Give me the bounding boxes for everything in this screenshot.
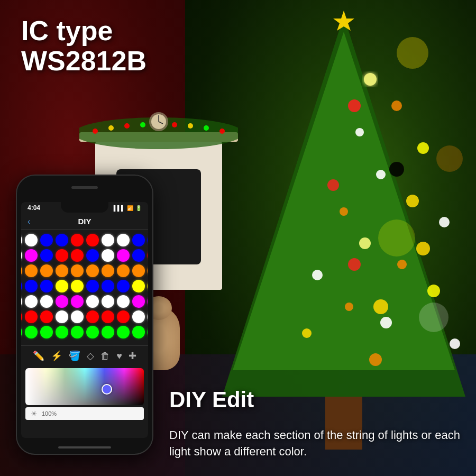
color-dot[interactable] xyxy=(40,326,53,338)
color-dot[interactable] xyxy=(117,280,130,292)
color-dot[interactable] xyxy=(132,295,145,308)
color-dot[interactable] xyxy=(40,249,53,262)
color-dot[interactable] xyxy=(148,295,149,308)
svg-point-41 xyxy=(188,123,193,129)
phone-mockup: 4:04 ▌▌▌ 📶 🔋 ‹ DIY ✏️ ⚡ 🪣 xyxy=(16,175,153,455)
color-dot[interactable] xyxy=(56,234,68,246)
svg-point-23 xyxy=(419,303,448,332)
color-dot[interactable] xyxy=(148,280,149,292)
color-row xyxy=(25,326,144,338)
color-dot[interactable] xyxy=(21,264,22,277)
color-dot[interactable] xyxy=(71,326,84,338)
color-dot[interactable] xyxy=(117,310,130,323)
color-dot[interactable] xyxy=(117,295,130,308)
color-dot[interactable] xyxy=(86,295,99,308)
color-dot[interactable] xyxy=(117,326,130,338)
svg-point-6 xyxy=(417,142,429,154)
color-dot[interactable] xyxy=(71,234,84,246)
color-dot[interactable] xyxy=(21,280,22,292)
color-dot[interactable] xyxy=(117,234,130,246)
svg-point-16 xyxy=(380,317,392,328)
color-dot[interactable] xyxy=(132,234,145,246)
color-dot[interactable] xyxy=(132,264,145,277)
color-dot[interactable] xyxy=(86,249,99,262)
signal-icon: ▌▌▌ xyxy=(114,205,125,211)
svg-point-15 xyxy=(345,303,353,311)
svg-point-4 xyxy=(391,100,402,111)
color-dot[interactable] xyxy=(40,234,53,246)
color-dot[interactable] xyxy=(132,249,145,262)
color-dot[interactable] xyxy=(56,310,68,323)
plus-tool[interactable]: ✚ xyxy=(129,350,136,362)
color-dot[interactable] xyxy=(25,295,38,308)
color-dot[interactable] xyxy=(86,280,99,292)
color-dot[interactable] xyxy=(40,295,53,308)
color-dot[interactable] xyxy=(86,234,99,246)
color-dot[interactable] xyxy=(56,326,68,338)
color-dot[interactable] xyxy=(56,295,68,308)
diamond-tool[interactable]: ◇ xyxy=(87,350,94,362)
color-dot[interactable] xyxy=(148,234,149,246)
color-dot[interactable] xyxy=(40,264,53,277)
svg-point-11 xyxy=(359,237,371,249)
color-dot[interactable] xyxy=(102,295,114,308)
color-dot[interactable] xyxy=(102,310,114,323)
color-dot[interactable] xyxy=(71,310,84,323)
color-dot[interactable] xyxy=(148,249,149,262)
color-dot[interactable] xyxy=(86,310,99,323)
color-dot[interactable] xyxy=(56,280,68,292)
color-row xyxy=(25,249,144,262)
color-dot[interactable] xyxy=(148,310,149,323)
ic-type-label: IC type xyxy=(21,16,147,46)
color-dot[interactable] xyxy=(71,280,84,292)
color-dot[interactable] xyxy=(102,264,114,277)
color-dot[interactable] xyxy=(21,326,22,338)
phone-speaker xyxy=(71,186,98,189)
bucket-tool[interactable]: 🪣 xyxy=(69,350,80,362)
color-dot[interactable] xyxy=(71,249,84,262)
color-dot[interactable] xyxy=(148,264,149,277)
color-row xyxy=(25,264,144,277)
color-dot[interactable] xyxy=(71,264,84,277)
color-dot[interactable] xyxy=(25,264,38,277)
svg-point-42 xyxy=(204,125,209,131)
color-dot[interactable] xyxy=(86,326,99,338)
svg-point-38 xyxy=(140,122,145,127)
color-dot[interactable] xyxy=(102,326,114,338)
color-dot[interactable] xyxy=(102,234,114,246)
lightning-tool[interactable]: ⚡ xyxy=(51,350,62,362)
color-dot[interactable] xyxy=(132,280,145,292)
color-dot[interactable] xyxy=(40,280,53,292)
svg-point-10 xyxy=(439,217,450,227)
phone-home-bar xyxy=(58,446,111,448)
color-dot[interactable] xyxy=(25,249,38,262)
color-dot[interactable] xyxy=(25,234,38,246)
color-dot[interactable] xyxy=(56,264,68,277)
color-dot[interactable] xyxy=(21,249,22,262)
color-dot[interactable] xyxy=(40,310,53,323)
color-dot[interactable] xyxy=(86,264,99,277)
color-grid[interactable] xyxy=(21,230,148,345)
back-button[interactable]: ‹ xyxy=(28,217,30,226)
battery-icon: 🔋 xyxy=(135,205,142,211)
color-dot[interactable] xyxy=(21,234,22,246)
color-dot[interactable] xyxy=(132,310,145,323)
color-dot[interactable] xyxy=(102,249,114,262)
color-dot[interactable] xyxy=(21,310,22,323)
color-dot[interactable] xyxy=(25,326,38,338)
color-picker[interactable] xyxy=(25,368,144,405)
color-dot[interactable] xyxy=(148,326,149,338)
color-dot[interactable] xyxy=(117,249,130,262)
color-dot[interactable] xyxy=(117,264,130,277)
color-dot[interactable] xyxy=(21,295,22,308)
color-dot[interactable] xyxy=(56,249,68,262)
color-dot[interactable] xyxy=(102,280,114,292)
color-dot[interactable] xyxy=(132,326,145,338)
heart-tool[interactable]: ♥ xyxy=(116,351,122,362)
pencil-tool[interactable]: ✏️ xyxy=(33,350,44,362)
color-dot[interactable] xyxy=(25,280,38,292)
color-dot[interactable] xyxy=(71,295,84,308)
status-icons: ▌▌▌ 📶 🔋 xyxy=(114,205,142,211)
color-dot[interactable] xyxy=(25,310,38,323)
trash-tool[interactable]: 🗑 xyxy=(100,351,110,362)
